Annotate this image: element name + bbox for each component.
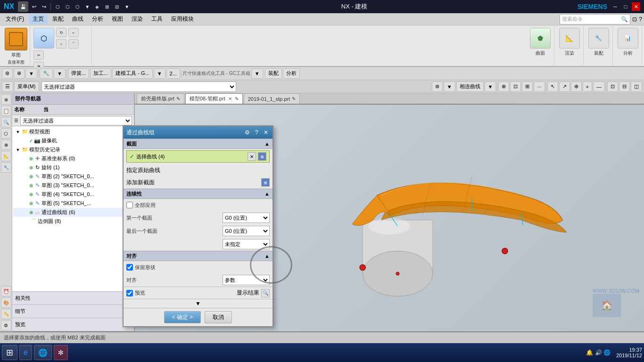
view-btn2[interactable]: ⊡ — [510, 82, 521, 92]
menu-view[interactable]: 视图 — [108, 14, 127, 24]
view-tool1[interactable]: ⊛ — [432, 82, 443, 92]
right-tool1[interactable]: ⊡ — [607, 82, 618, 92]
toolbar-icon2[interactable]: ⬡ — [63, 2, 72, 11]
ok-button[interactable]: < 确定 > — [164, 311, 201, 323]
measure-btn[interactable]: 📐 — [559, 28, 580, 49]
side-icon10[interactable]: 📏 — [1, 309, 11, 319]
toolbar-icon8[interactable]: ▼ — [123, 2, 131, 11]
section-header-alignment[interactable]: 对齐 ▲ — [124, 251, 272, 261]
unspecified-select[interactable]: 未指定 — [223, 239, 270, 249]
menu-apps[interactable]: 应用模块 — [167, 14, 198, 24]
selection-filter[interactable]: 无选择过滤器 — [41, 82, 236, 92]
detail-section[interactable]: 细节 ▼ — [12, 305, 134, 318]
add-section-btn[interactable]: ⊕ — [261, 178, 270, 187]
menu-curve[interactable]: 曲线 — [68, 14, 87, 24]
undo-btn[interactable]: ↩ — [30, 2, 38, 11]
side-icon8[interactable]: ⏰ — [1, 286, 11, 296]
nav-tool4[interactable]: + — [583, 82, 592, 92]
right-tool2[interactable]: ⊟ — [619, 82, 630, 92]
last-section-select[interactable]: G0 (位置) — [223, 226, 270, 236]
redo-btn[interactable]: ↪ — [40, 2, 48, 11]
view-btn3[interactable]: ⊞ — [522, 82, 533, 92]
view-btn1[interactable]: ⊕ — [498, 82, 509, 92]
right-tool3[interactable]: ◫ — [631, 82, 642, 92]
menu-file[interactable]: 文件(F) — [2, 14, 28, 24]
tree-item-model-views[interactable]: ▼ 📁 模型视图 — [13, 127, 133, 136]
toolbar-icon5[interactable]: ◈ — [93, 2, 101, 11]
expand-more-btn[interactable]: ▼ — [195, 300, 201, 307]
tree-item-datum[interactable]: ⊛ ✚ 基准坐标系 (0) — [13, 154, 133, 163]
dialog-settings-btn[interactable]: ⚙ — [243, 129, 251, 136]
tree-item-history[interactable]: ▼ 📁 模型历史记录 — [13, 145, 133, 154]
tab-pen-cap[interactable]: 模型08-笔帽.prt ✕ ✎ — [185, 93, 243, 104]
view-more[interactable]: ··· — [534, 82, 545, 92]
assembly-tb[interactable]: 装配 — [265, 68, 282, 79]
section-header-continuity[interactable]: 连续性 ▲ — [124, 189, 272, 199]
tree-item-sketch5[interactable]: ⊛ ✎ 草图 (5) "SKETCH_... — [13, 199, 133, 208]
tree-item-sketch3[interactable]: ⊛ ✎ 草图 (3) "SKETCH_0... — [13, 181, 133, 190]
side-icon3[interactable]: 🔍 — [1, 117, 11, 127]
view-dropdown[interactable]: ▼ — [485, 82, 496, 92]
more-tools[interactable]: ▼ — [154, 68, 165, 79]
nav-tool3[interactable]: ⊕ — [571, 82, 582, 92]
close-btn[interactable]: ✕ — [632, 2, 640, 11]
tool-icon1[interactable]: ⊛ — [2, 68, 13, 79]
nav-filter-select[interactable]: 无选择过滤器 — [20, 116, 132, 125]
dim-dropdown[interactable]: ▼ — [251, 68, 263, 79]
side-icon6[interactable]: 📐 — [1, 151, 11, 161]
command-search[interactable]: 搜索命令 🔍 — [560, 14, 630, 25]
view-label[interactable]: 相连曲线 — [456, 82, 484, 92]
side-icon7[interactable]: 🔧 — [1, 162, 11, 173]
tab-close-btn[interactable]: ✕ — [227, 96, 233, 102]
side-icon4[interactable]: ⬡ — [1, 128, 11, 139]
tree-item-fillet[interactable]: ⌒ 边倒圆 (8) — [13, 217, 133, 226]
side-icon11[interactable]: ⚙ — [1, 320, 11, 330]
assembly-btn[interactable]: 🔧 — [588, 28, 609, 49]
app-button[interactable]: ✼ — [54, 345, 68, 360]
tool-icon5[interactable]: ▼ — [54, 68, 66, 79]
preview-checkbox[interactable] — [126, 290, 133, 296]
fillet-btn[interactable]: ⌒ — [68, 39, 79, 49]
toolbar-icon1[interactable]: ⬡ — [53, 2, 62, 11]
section-header-cross[interactable]: 截面 ▲ — [124, 139, 272, 149]
process-tool[interactable]: 加工... — [90, 68, 111, 79]
toolbar-icon7[interactable]: ⊟ — [113, 2, 121, 11]
preview-section[interactable]: 预览 ▼ — [12, 318, 134, 331]
surface-btn[interactable]: ⬟ — [530, 28, 551, 49]
help-btn[interactable]: ? — [639, 16, 642, 23]
tab-stp[interactable]: 2019-01_1_stp.prt ✎ — [244, 93, 300, 104]
side-icon5[interactable]: ⊕ — [1, 140, 11, 150]
sketch-btn[interactable] — [5, 28, 27, 50]
nav-tool2[interactable]: ↗ — [559, 82, 570, 92]
toolbar-icon4[interactable]: ▼ — [83, 2, 91, 11]
chamfer-btn[interactable]: ⌐ — [68, 28, 79, 37]
analysis-tb[interactable]: 分析 — [283, 68, 300, 79]
menu-home[interactable]: 主页 — [29, 14, 48, 24]
dialog-help-btn[interactable]: ? — [253, 129, 260, 136]
build-tool[interactable]: 建模工具 - G... — [112, 68, 153, 79]
menu-label[interactable]: 菜单(M) — [14, 82, 39, 92]
tree-item-revolve[interactable]: ⊛ ↻ 旋转 (1) — [13, 163, 133, 172]
toolbar-icon6[interactable]: ⊞ — [103, 2, 111, 11]
extrude-btn[interactable]: ⬡ — [33, 28, 54, 49]
side-icon9[interactable]: 🎨 — [1, 297, 11, 308]
start-button[interactable]: ⊞ — [2, 345, 17, 360]
spring-tool[interactable]: 弹簧... — [68, 68, 89, 79]
first-section-select[interactable]: G0 (位置) — [223, 213, 270, 223]
show-result-btn[interactable]: 🔍 — [261, 289, 270, 297]
menu-render[interactable]: 渲染 — [128, 14, 147, 24]
side-icon1[interactable]: ⊛ — [1, 94, 11, 105]
tree-item-sketch4[interactable]: ⊛ ✎ 草图 (4) "SKETCH_0... — [13, 190, 133, 199]
cut-btn[interactable]: ✂ — [33, 50, 44, 60]
menu-assembly[interactable]: 装配 — [49, 14, 67, 24]
tree-item-camera[interactable]: ✓ 📷 摄像机 — [13, 136, 133, 145]
add-curve-btn[interactable]: ⊕ — [258, 152, 266, 161]
ie-button[interactable]: e — [19, 345, 32, 360]
nav-tool1[interactable]: ↖ — [547, 82, 558, 92]
clear-selection-btn[interactable]: ✕ — [248, 152, 256, 161]
tool-icon2[interactable]: ⊕ — [14, 68, 25, 79]
nav-tool5[interactable]: — — [593, 82, 605, 92]
analysis-btn[interactable]: 📊 — [618, 28, 638, 49]
all-apply-checkbox[interactable] — [126, 202, 133, 208]
tree-item-sketch2[interactable]: ⊛ ✎ 草图 (2) "SKETCH_0... — [13, 172, 133, 181]
